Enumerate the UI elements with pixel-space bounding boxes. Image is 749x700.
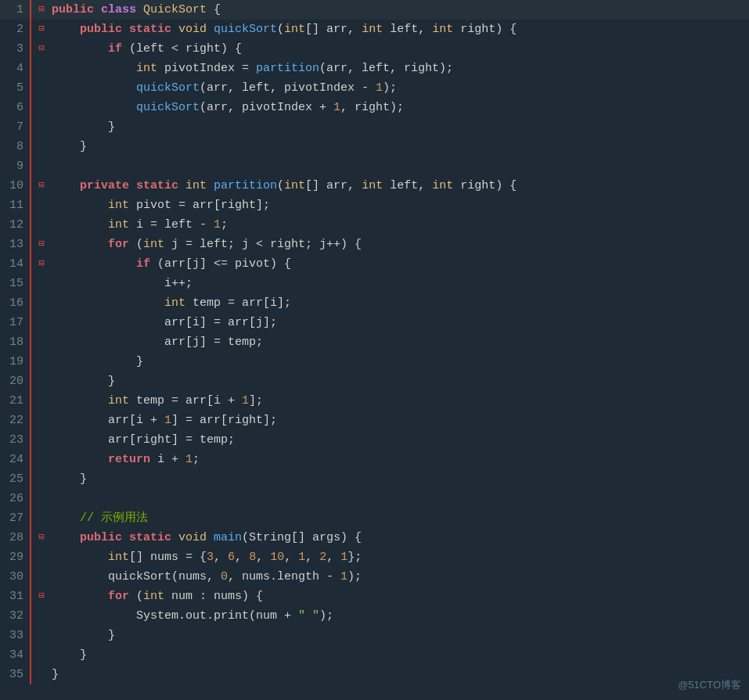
- token: (: [136, 238, 143, 251]
- code-line: 16 int temp = arr[i];: [0, 293, 749, 313]
- code-line: 21 int temp = arr[i + 1];: [0, 391, 749, 411]
- token: ;: [221, 218, 228, 232]
- token: 1: [340, 551, 347, 564]
- token: left,: [390, 23, 432, 36]
- fold-indicator: [34, 430, 49, 450]
- fold-indicator: [34, 137, 49, 156]
- code-content: [49, 489, 749, 508]
- token: 1: [298, 551, 305, 564]
- token: for: [108, 590, 136, 603]
- code-content: }: [49, 626, 749, 645]
- token: i +: [157, 453, 185, 466]
- token: int: [143, 590, 171, 603]
- line-number: 1: [0, 0, 31, 20]
- fold-indicator: [34, 489, 49, 508]
- token: partition: [256, 62, 319, 75]
- line-number: 29: [0, 547, 31, 567]
- token: (arr, pivotIndex +: [200, 101, 333, 114]
- line-number: 33: [0, 626, 31, 645]
- token: quickSort: [214, 23, 277, 36]
- fold-indicator: [34, 156, 49, 176]
- code-line: 17 arr[i] = arr[j];: [0, 313, 749, 332]
- fold-indicator: [34, 508, 49, 528]
- fold-indicator[interactable]: ⊟: [34, 0, 49, 20]
- token: (String[] args) {: [242, 531, 362, 544]
- line-number: 34: [0, 645, 31, 665]
- token: pivot = arr[right];: [136, 199, 270, 212]
- code-line: 15 i++;: [0, 274, 749, 293]
- fold-indicator[interactable]: ⊟: [34, 20, 49, 39]
- line-number: 22: [0, 411, 31, 430]
- code-content: int pivot = arr[right];: [49, 196, 749, 215]
- token: 8: [249, 551, 256, 564]
- token: 0: [221, 570, 228, 583]
- fold-indicator[interactable]: ⊟: [34, 254, 49, 274]
- code-content: int[] nums = {3, 6, 8, 10, 1, 2, 1};: [49, 547, 749, 567]
- watermark: @51CTO博客: [678, 678, 741, 692]
- fold-indicator[interactable]: ⊟: [34, 528, 49, 547]
- fold-indicator[interactable]: ⊟: [34, 587, 49, 606]
- line-number: 35: [0, 665, 31, 684]
- fold-indicator: [34, 372, 49, 391]
- code-line: 32 System.out.print(num + " ");: [0, 606, 749, 626]
- fold-indicator[interactable]: ⊟: [34, 235, 49, 254]
- code-editor: 1⊟public class QuickSort {2⊟ public stat…: [0, 0, 749, 684]
- token: [52, 257, 136, 271]
- token: 10: [270, 551, 284, 564]
- token: right) {: [460, 179, 517, 192]
- code-line: 35}: [0, 665, 749, 684]
- code-content: for (int num : nums) {: [49, 587, 749, 606]
- token: ,: [305, 551, 319, 564]
- token: [52, 336, 164, 349]
- line-number: 3: [0, 39, 31, 59]
- token: );: [347, 570, 362, 583]
- token: ;: [193, 453, 200, 466]
- token: 1: [214, 218, 221, 232]
- token: 1: [376, 81, 383, 95]
- code-content: for (int j = left; j < right; j++) {: [49, 235, 749, 254]
- token: class: [101, 3, 143, 16]
- token: temp = arr[i];: [193, 296, 291, 310]
- code-line: 34 }: [0, 645, 749, 665]
- fold-indicator: [34, 450, 49, 469]
- token: (arr[j] <= pivot) {: [157, 257, 291, 271]
- token: [52, 531, 80, 544]
- line-number: 13: [0, 235, 31, 254]
- fold-indicator[interactable]: ⊟: [34, 39, 49, 59]
- code-line: 24 return i + 1;: [0, 450, 749, 469]
- token: void: [178, 23, 214, 36]
- code-content: arr[right] = temp;: [49, 430, 749, 450]
- token: public: [52, 3, 101, 16]
- token: (: [277, 179, 284, 192]
- token: (arr, left, pivotIndex -: [200, 81, 376, 95]
- code-line: 23 arr[right] = temp;: [0, 430, 749, 450]
- code-content: private static int partition(int[] arr, …: [49, 176, 749, 196]
- token: };: [347, 551, 362, 564]
- token: [52, 296, 164, 310]
- code-content: return i + 1;: [49, 450, 749, 469]
- code-content: }: [49, 137, 749, 156]
- token: [52, 590, 108, 603]
- code-content: i++;: [49, 274, 749, 293]
- token: static: [136, 179, 185, 192]
- token: }: [52, 140, 87, 153]
- token: }: [52, 472, 87, 486]
- line-number: 2: [0, 20, 31, 39]
- token: [52, 42, 108, 56]
- token: [52, 316, 164, 329]
- fold-indicator[interactable]: ⊟: [34, 176, 49, 196]
- token: ,: [326, 551, 340, 564]
- code-content: quickSort(arr, pivotIndex + 1, right);: [49, 98, 749, 117]
- code-content: }: [49, 665, 749, 684]
- fold-indicator: [34, 117, 49, 137]
- line-number: 15: [0, 274, 31, 293]
- line-number: 16: [0, 293, 31, 313]
- token: 3: [207, 551, 214, 564]
- token: partition: [214, 179, 277, 192]
- token: " ": [298, 609, 319, 623]
- token: [52, 277, 164, 290]
- token: [52, 199, 108, 212]
- token: pivotIndex =: [164, 62, 256, 75]
- code-content: }: [49, 469, 749, 489]
- token: 2: [319, 551, 326, 564]
